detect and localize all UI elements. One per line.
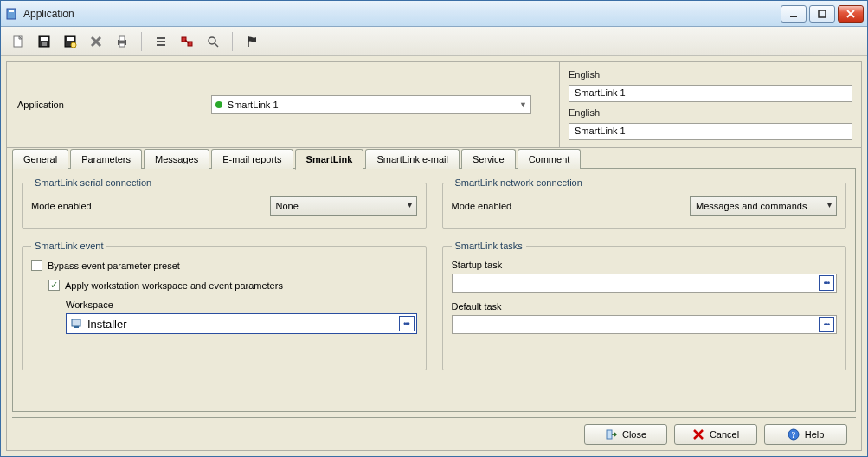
workspace-value: Installer [87,318,127,331]
save-as-icon[interactable] [61,33,79,50]
toolbar-separator [141,32,142,51]
apply-label: Apply workstation workspace and event pa… [65,280,283,291]
default-task-more-button[interactable]: ••• [819,317,834,332]
close-button-label: Close [622,429,646,440]
lang-label-1: English [569,69,852,80]
serial-mode-select[interactable]: None [270,196,417,216]
group-network: SmartLink network connection Mode enable… [442,177,847,228]
workspace-label: Workspace [66,299,417,310]
apply-checkbox[interactable] [48,280,60,291]
lang-field-1[interactable]: SmartLink 1 [569,85,852,102]
main-panel: Application SmartLink 1 ▼ English SmartL… [6,61,862,451]
tabstrip: General Parameters Messages E-mail repor… [7,149,861,169]
chevron-down-icon: ▼ [519,100,527,109]
toolbar-separator [232,32,233,51]
svg-rect-17 [119,43,125,47]
tab-parameters[interactable]: Parameters [70,149,142,169]
maximize-button[interactable] [809,5,835,23]
serial-mode-label: Mode enabled [31,201,92,211]
tab-comment[interactable]: Comment [518,149,582,169]
svg-rect-29 [607,430,612,439]
window-controls [781,5,864,23]
status-dot-icon [215,101,222,108]
svg-rect-20 [157,44,165,46]
app-window: Application [0,0,868,457]
group-event: SmartLink event Bypass event parameter p… [22,241,427,370]
svg-rect-3 [819,10,826,17]
toolbar [1,27,867,56]
bypass-label: Bypass event parameter preset [48,261,180,271]
col-left: SmartLink serial connection Mode enabled… [22,177,427,402]
svg-rect-18 [157,37,165,39]
group-tasks-legend: SmartLink tasks [452,241,526,251]
group-serial: SmartLink serial connection Mode enabled… [22,177,427,228]
tab-email-reports[interactable]: E-mail reports [211,149,293,169]
default-task-field[interactable]: ••• [452,315,838,334]
list-icon[interactable] [152,33,170,50]
group-event-legend: SmartLink event [31,241,106,251]
col-right: SmartLink network connection Mode enable… [442,177,847,402]
help-button[interactable]: ? Help [764,424,847,445]
header-row: Application SmartLink 1 ▼ English SmartL… [7,62,861,148]
app-icon [4,7,18,21]
close-button[interactable]: Close [584,424,667,445]
network-mode-select[interactable]: Messages and commands [690,196,837,216]
svg-rect-9 [42,42,47,46]
svg-text:?: ? [791,430,795,440]
cancel-button[interactable]: Cancel [674,424,757,445]
minimize-button[interactable] [781,5,807,23]
save-icon[interactable] [35,33,53,50]
flag-icon[interactable] [243,33,260,50]
workspace-more-button[interactable]: ••• [399,316,415,331]
tab-smartlink[interactable]: SmartLink [295,149,364,170]
workspace-icon [70,317,84,331]
lang-label-2: English [569,107,852,118]
cancel-button-label: Cancel [710,429,739,440]
svg-rect-11 [67,37,74,41]
workspace-field[interactable]: Installer ••• [66,313,417,334]
svg-rect-28 [74,326,79,328]
link-icon[interactable] [178,33,196,50]
lang-field-2[interactable]: SmartLink 1 [569,123,852,140]
application-label: Application [17,100,64,110]
header-right: English SmartLink 1 English SmartLink 1 [560,62,861,147]
svg-line-25 [215,43,218,47]
tab-general[interactable]: General [12,149,68,169]
door-icon [605,428,617,441]
default-task-label: Default task [452,301,838,312]
startup-task-more-button[interactable]: ••• [819,275,834,291]
application-value: SmartLink 1 [228,100,279,110]
group-serial-legend: SmartLink serial connection [31,177,155,188]
startup-task-field[interactable]: ••• [452,274,838,293]
svg-rect-19 [157,41,165,42]
application-select[interactable]: SmartLink 1 ▼ [211,95,531,114]
svg-rect-1 [9,10,14,12]
svg-rect-8 [41,37,48,41]
titlebar: Application [1,1,867,27]
close-window-button[interactable] [838,5,864,23]
group-tasks: SmartLink tasks Startup task ••• Default… [442,241,847,370]
new-icon[interactable] [10,33,27,50]
tab-service[interactable]: Service [461,149,516,169]
svg-rect-16 [119,36,125,41]
svg-rect-27 [72,319,80,326]
help-button-label: Help [805,429,825,440]
svg-rect-0 [7,9,16,19]
tab-messages[interactable]: Messages [144,149,209,169]
tab-smartlink-email[interactable]: SmartLink e-mail [365,149,460,169]
delete-icon[interactable] [87,33,105,50]
startup-task-label: Startup task [452,260,838,270]
content: Application SmartLink 1 ▼ English SmartL… [1,56,867,456]
search-icon[interactable] [204,33,222,50]
print-icon[interactable] [113,33,131,50]
footer: Close Cancel ? Help [12,417,856,450]
svg-point-12 [71,42,76,48]
tab-page-smartlink: SmartLink serial connection Mode enabled… [12,168,856,412]
svg-point-24 [209,37,215,44]
help-icon: ? [788,428,800,441]
svg-rect-2 [790,16,797,17]
header-left: Application SmartLink 1 ▼ [7,62,560,147]
window-title: Application [23,8,781,20]
group-network-legend: SmartLink network connection [452,177,586,188]
bypass-checkbox[interactable] [31,260,42,271]
